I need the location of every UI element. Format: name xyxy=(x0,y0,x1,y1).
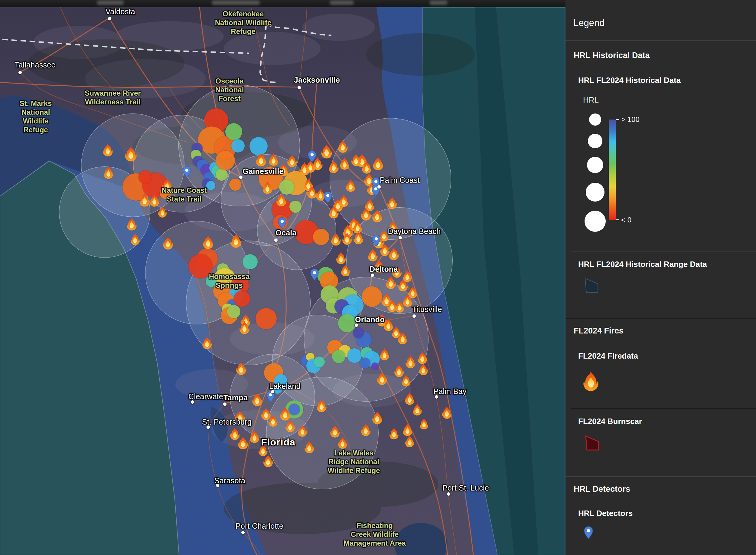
fire-icon[interactable] xyxy=(387,196,397,209)
fire-icon[interactable] xyxy=(337,139,348,153)
fire-icon[interactable] xyxy=(373,259,385,273)
fire-icon[interactable] xyxy=(157,206,167,218)
hrl-data-point[interactable] xyxy=(231,139,245,153)
fire-icon[interactable] xyxy=(328,160,339,173)
fire-icon[interactable] xyxy=(441,406,452,419)
fire-icon[interactable] xyxy=(388,247,399,261)
fire-icon[interactable] xyxy=(321,144,333,159)
fire-icon[interactable] xyxy=(255,152,267,167)
fire-icon[interactable] xyxy=(249,430,260,443)
fire-icon[interactable] xyxy=(372,209,383,223)
fire-icon[interactable] xyxy=(340,264,350,276)
fire-icon[interactable] xyxy=(336,251,346,264)
fire-icon[interactable] xyxy=(124,145,137,162)
fire-icon[interactable] xyxy=(234,410,245,424)
fire-icon[interactable] xyxy=(388,220,398,233)
fire-icon[interactable] xyxy=(202,235,214,249)
detector-pin-icon[interactable] xyxy=(278,217,287,229)
map-canvas[interactable]: ValdostaTallahasseeJacksonvilleGainesvil… xyxy=(0,0,565,555)
hrl-data-point[interactable] xyxy=(188,254,212,279)
hrl-data-point[interactable] xyxy=(360,358,370,369)
hrl-data-point[interactable] xyxy=(225,123,242,140)
detector-pin-icon[interactable] xyxy=(371,184,380,197)
fire-icon[interactable] xyxy=(285,419,295,432)
hrl-data-point[interactable] xyxy=(206,181,215,190)
fire-icon[interactable] xyxy=(339,157,350,170)
fire-icon[interactable] xyxy=(279,407,291,421)
fire-icon[interactable] xyxy=(402,423,413,436)
fire-icon[interactable] xyxy=(103,166,114,179)
hrl-data-point[interactable] xyxy=(227,305,240,318)
detector-pin-icon[interactable] xyxy=(308,151,317,163)
fire-icon[interactable] xyxy=(330,232,341,246)
hrl-data-point[interactable] xyxy=(229,178,241,190)
fire-icon[interactable] xyxy=(402,294,413,307)
fire-icon[interactable] xyxy=(418,363,428,376)
fire-icon[interactable] xyxy=(337,436,348,449)
fire-icon[interactable] xyxy=(139,193,150,207)
hrl-data-point[interactable] xyxy=(255,308,277,329)
hrl-data-point[interactable] xyxy=(313,229,329,245)
fire-icon[interactable] xyxy=(263,454,273,468)
fire-icon[interactable] xyxy=(316,398,327,413)
fire-icon[interactable] xyxy=(161,178,173,193)
fire-icon[interactable] xyxy=(251,392,263,407)
fire-icon[interactable] xyxy=(412,403,422,416)
fire-icon[interactable] xyxy=(239,321,250,334)
fire-icon[interactable] xyxy=(338,194,349,207)
fire-icon[interactable] xyxy=(328,205,339,219)
hrl-data-point[interactable] xyxy=(347,348,362,363)
fire-icon[interactable] xyxy=(330,425,340,438)
legend-panel[interactable]: Legend HRL Historical Data HRL FL2024 Hi… xyxy=(565,0,756,555)
fire-icon[interactable] xyxy=(268,153,279,166)
fire-icon[interactable] xyxy=(287,154,297,167)
fire-icon[interactable] xyxy=(405,435,415,447)
fire-icon[interactable] xyxy=(361,207,372,221)
hrl-data-point[interactable] xyxy=(314,356,325,368)
hrl-data-point[interactable] xyxy=(216,169,228,181)
fire-icon[interactable] xyxy=(385,275,396,289)
fire-icon[interactable] xyxy=(419,418,429,430)
fire-icon[interactable] xyxy=(276,193,287,207)
fire-icon[interactable] xyxy=(361,161,372,174)
hrl-data-point[interactable] xyxy=(353,328,364,338)
hrl-data-point[interactable] xyxy=(279,179,294,195)
fire-icon[interactable] xyxy=(304,440,315,454)
fire-icon[interactable] xyxy=(353,230,364,245)
fire-icon[interactable] xyxy=(372,411,383,425)
detector-pin-icon[interactable] xyxy=(266,390,275,402)
fire-icon[interactable] xyxy=(401,374,411,387)
hrl-data-point[interactable] xyxy=(234,291,250,307)
fire-icon[interactable] xyxy=(389,427,399,440)
fire-icon[interactable] xyxy=(397,331,408,345)
fire-icon[interactable] xyxy=(130,233,140,246)
detector-pin-icon[interactable] xyxy=(182,166,191,178)
fire-icon[interactable] xyxy=(372,156,384,171)
hrl-data-point[interactable] xyxy=(338,314,356,332)
fire-icon[interactable] xyxy=(162,236,174,250)
fire-icon[interactable] xyxy=(405,355,416,369)
fire-icon[interactable] xyxy=(149,194,160,207)
fire-icon[interactable] xyxy=(297,424,308,437)
fire-icon[interactable] xyxy=(417,351,428,365)
fire-icon[interactable] xyxy=(342,232,352,245)
detector-pin-icon[interactable] xyxy=(372,234,381,247)
hrl-data-point[interactable] xyxy=(289,201,301,213)
fire-icon[interactable] xyxy=(268,414,278,427)
fire-icon[interactable] xyxy=(376,371,388,385)
fire-icon[interactable] xyxy=(361,423,371,436)
fire-icon[interactable] xyxy=(236,361,247,375)
fire-icon[interactable] xyxy=(351,153,361,166)
fire-icon[interactable] xyxy=(102,143,113,157)
hrl-data-point[interactable] xyxy=(362,286,382,307)
fire-icon[interactable] xyxy=(230,233,242,248)
hrl-data-point[interactable] xyxy=(139,170,152,184)
detector-pin-icon[interactable] xyxy=(310,268,319,281)
fire-icon[interactable] xyxy=(126,217,137,231)
hrl-data-point[interactable] xyxy=(242,254,257,269)
hrl-data-point[interactable] xyxy=(332,350,345,363)
fire-icon[interactable] xyxy=(398,279,408,292)
fire-icon[interactable] xyxy=(237,436,248,450)
fire-icon[interactable] xyxy=(379,347,390,361)
fire-icon[interactable] xyxy=(345,179,356,192)
